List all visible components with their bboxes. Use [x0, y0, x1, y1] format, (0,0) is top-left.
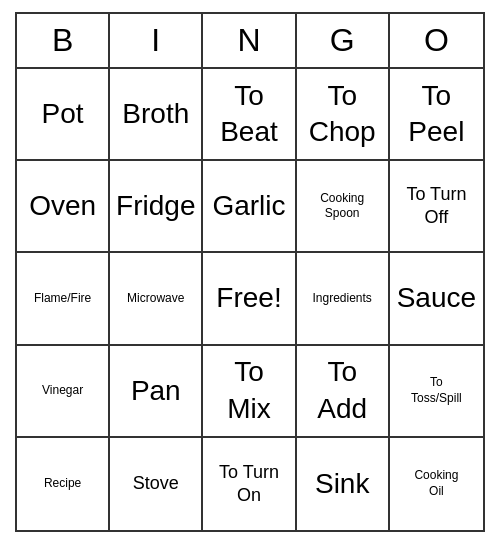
- bingo-cell-9: To Turn Off: [390, 161, 483, 253]
- bingo-cell-23: Sink: [297, 438, 390, 530]
- cell-text-16: Pan: [131, 373, 181, 409]
- cell-text-10: Flame/Fire: [34, 291, 91, 307]
- bingo-cell-2: To Beat: [203, 69, 296, 161]
- bingo-cell-7: Garlic: [203, 161, 296, 253]
- cell-text-0: Pot: [42, 96, 84, 132]
- bingo-cell-5: Oven: [17, 161, 110, 253]
- cell-text-3: To Chop: [309, 78, 376, 151]
- cell-text-12: Free!: [216, 280, 281, 316]
- cell-text-14: Sauce: [397, 280, 476, 316]
- bingo-cell-1: Broth: [110, 69, 203, 161]
- bingo-cell-15: Vinegar: [17, 346, 110, 438]
- bingo-card: BINGO PotBrothTo BeatTo ChopTo PeelOvenF…: [15, 12, 485, 532]
- cell-text-8: Cooking Spoon: [320, 191, 364, 222]
- cell-text-5: Oven: [29, 188, 96, 224]
- bingo-cell-16: Pan: [110, 346, 203, 438]
- bingo-cell-17: To Mix: [203, 346, 296, 438]
- cell-text-6: Fridge: [116, 188, 195, 224]
- bingo-cell-11: Microwave: [110, 253, 203, 345]
- bingo-cell-8: Cooking Spoon: [297, 161, 390, 253]
- cell-text-9: To Turn Off: [406, 183, 466, 230]
- cell-text-19: To Toss/Spill: [411, 375, 462, 406]
- bingo-cell-19: To Toss/Spill: [390, 346, 483, 438]
- header-letter-N: N: [203, 14, 296, 69]
- bingo-cell-24: Cooking Oil: [390, 438, 483, 530]
- cell-text-21: Stove: [133, 472, 179, 495]
- cell-text-11: Microwave: [127, 291, 184, 307]
- cell-text-13: Ingredients: [313, 291, 372, 307]
- cell-text-24: Cooking Oil: [414, 468, 458, 499]
- bingo-cell-12: Free!: [203, 253, 296, 345]
- bingo-cell-22: To Turn On: [203, 438, 296, 530]
- cell-text-2: To Beat: [220, 78, 278, 151]
- cell-text-1: Broth: [122, 96, 189, 132]
- cell-text-7: Garlic: [212, 188, 285, 224]
- bingo-cell-10: Flame/Fire: [17, 253, 110, 345]
- bingo-cell-0: Pot: [17, 69, 110, 161]
- bingo-cell-18: To Add: [297, 346, 390, 438]
- cell-text-18: To Add: [317, 354, 367, 427]
- bingo-cell-6: Fridge: [110, 161, 203, 253]
- bingo-header: BINGO: [15, 12, 485, 69]
- bingo-cell-4: To Peel: [390, 69, 483, 161]
- header-letter-O: O: [390, 14, 483, 69]
- bingo-cell-13: Ingredients: [297, 253, 390, 345]
- bingo-cell-14: Sauce: [390, 253, 483, 345]
- bingo-cell-21: Stove: [110, 438, 203, 530]
- header-letter-B: B: [17, 14, 110, 69]
- cell-text-15: Vinegar: [42, 383, 83, 399]
- bingo-cell-3: To Chop: [297, 69, 390, 161]
- cell-text-23: Sink: [315, 466, 369, 502]
- cell-text-4: To Peel: [408, 78, 464, 151]
- bingo-grid: PotBrothTo BeatTo ChopTo PeelOvenFridgeG…: [15, 69, 485, 532]
- cell-text-17: To Mix: [227, 354, 271, 427]
- cell-text-20: Recipe: [44, 476, 81, 492]
- header-letter-G: G: [297, 14, 390, 69]
- header-letter-I: I: [110, 14, 203, 69]
- cell-text-22: To Turn On: [219, 461, 279, 508]
- bingo-cell-20: Recipe: [17, 438, 110, 530]
